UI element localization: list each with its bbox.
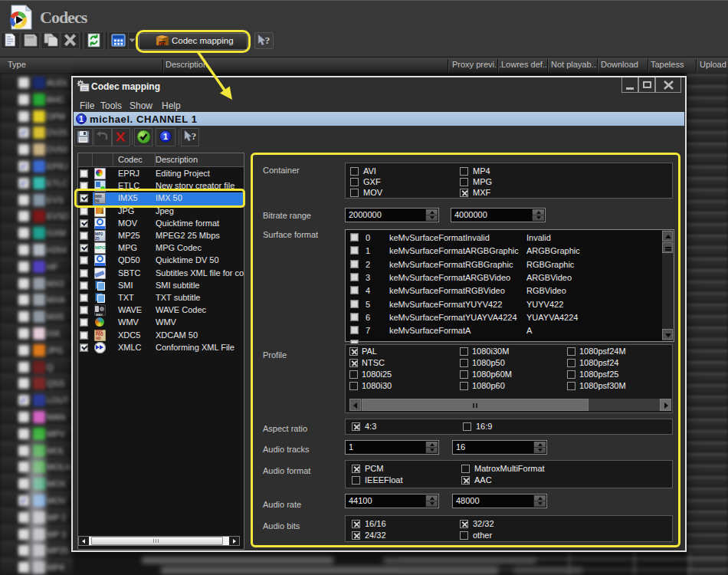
svg-text:?: ? bbox=[265, 34, 271, 46]
svg-text:?: ? bbox=[192, 130, 197, 142]
